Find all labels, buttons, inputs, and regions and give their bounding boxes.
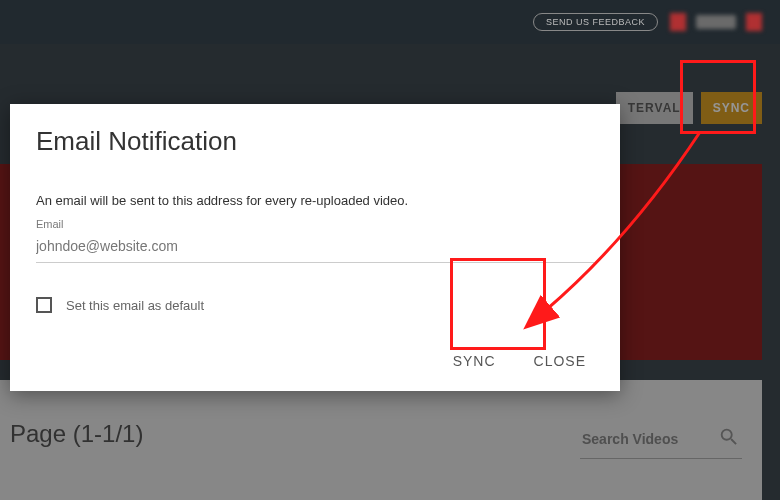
default-email-checkbox[interactable]: [36, 297, 52, 313]
email-field[interactable]: [36, 234, 594, 263]
page-area: TERVAL SYNC erted to UTC before checking…: [0, 44, 780, 500]
modal-sync-button[interactable]: SYNC: [449, 347, 500, 375]
default-email-label: Set this email as default: [66, 298, 204, 313]
user-area: [670, 13, 762, 31]
modal-title: Email Notification: [36, 126, 594, 157]
modal-close-button[interactable]: CLOSE: [530, 347, 590, 375]
email-label: Email: [36, 218, 594, 230]
email-notification-modal: Email Notification An email will be sent…: [10, 104, 620, 391]
avatar: [670, 13, 686, 31]
modal-actions: SYNC CLOSE: [36, 347, 594, 375]
send-feedback-button[interactable]: SEND US FEEDBACK: [533, 13, 658, 31]
default-email-row: Set this email as default: [36, 297, 594, 313]
avatar: [746, 13, 762, 31]
modal-description: An email will be sent to this address fo…: [36, 193, 594, 208]
top-bar: SEND US FEEDBACK: [0, 0, 780, 44]
username-redacted: [696, 15, 736, 29]
